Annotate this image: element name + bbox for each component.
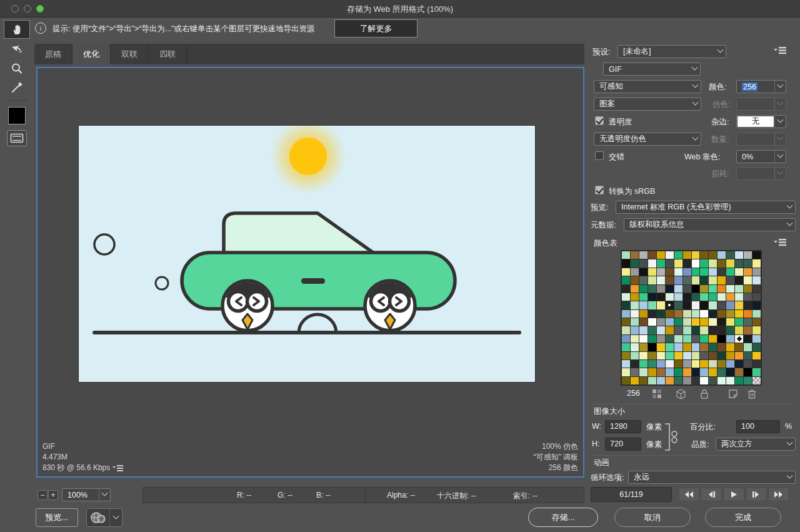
color-table-grid[interactable] — [621, 250, 762, 386]
color-swatch[interactable] — [657, 310, 665, 318]
color-swatch[interactable] — [674, 310, 682, 318]
color-swatch[interactable] — [726, 251, 734, 259]
color-swatch[interactable] — [639, 268, 648, 276]
color-swatch[interactable] — [648, 251, 656, 259]
color-swatch[interactable] — [683, 310, 691, 318]
color-swatch[interactable] — [692, 310, 700, 318]
color-swatch[interactable] — [631, 301, 639, 309]
width-input[interactable]: 1280 — [605, 420, 641, 433]
color-swatch[interactable] — [700, 335, 708, 343]
color-swatch[interactable] — [666, 251, 674, 259]
color-swatch[interactable] — [648, 293, 656, 301]
optimized-preview-panel[interactable]: GIF 4.473M 830 秒 @ 56.6 Kbps 100% 仿色 “可感… — [36, 67, 584, 478]
eyedropper-tool[interactable] — [4, 79, 29, 96]
color-swatch[interactable] — [648, 259, 656, 267]
color-swatch[interactable] — [718, 285, 726, 293]
color-swatch[interactable] — [674, 276, 682, 284]
color-swatch[interactable] — [735, 326, 743, 334]
color-swatch[interactable] — [631, 326, 639, 334]
color-swatch[interactable] — [683, 335, 691, 343]
color-swatch[interactable] — [639, 377, 648, 384]
color-swatch[interactable] — [666, 259, 674, 267]
color-swatch[interactable] — [709, 310, 717, 318]
color-reduction-select[interactable]: 可感知 — [594, 80, 701, 93]
preview-mode-select[interactable]: Internet 标准 RGB (无色彩管理) — [616, 201, 796, 214]
color-swatch[interactable] — [631, 293, 639, 301]
color-swatch[interactable] — [752, 285, 761, 293]
color-swatch[interactable] — [674, 326, 682, 334]
color-swatch[interactable] — [648, 268, 656, 276]
color-swatch[interactable] — [709, 276, 717, 284]
color-swatch[interactable] — [648, 276, 656, 284]
color-swatch[interactable] — [718, 268, 726, 276]
color-swatch[interactable] — [674, 368, 682, 376]
color-swatch[interactable] — [666, 268, 674, 276]
color-swatch[interactable] — [631, 343, 639, 351]
tab-4up[interactable]: 四联 — [149, 44, 187, 64]
color-swatch[interactable] — [622, 293, 630, 301]
color-swatch[interactable] — [726, 301, 734, 309]
color-swatch[interactable] — [735, 259, 743, 267]
color-swatch[interactable] — [718, 251, 726, 259]
color-swatch[interactable] — [709, 377, 717, 384]
color-swatch[interactable] — [666, 276, 674, 284]
color-swatch[interactable] — [622, 343, 630, 351]
color-swatch[interactable] — [735, 251, 743, 259]
color-swatch[interactable] — [648, 326, 656, 334]
toggle-slices-visibility-button[interactable] — [7, 130, 27, 146]
color-swatch[interactable] — [726, 276, 734, 284]
color-swatch[interactable] — [657, 293, 665, 301]
color-swatch[interactable] — [752, 293, 761, 301]
color-swatch[interactable] — [648, 285, 656, 293]
color-swatch[interactable] — [639, 352, 648, 359]
color-swatch[interactable] — [622, 368, 630, 376]
color-swatch[interactable] — [752, 360, 761, 368]
link-icon[interactable] — [664, 423, 679, 451]
color-swatch[interactable] — [735, 318, 743, 326]
color-swatch[interactable] — [709, 259, 717, 267]
color-swatch[interactable] — [631, 276, 639, 284]
color-swatch[interactable] — [700, 352, 708, 359]
color-swatch[interactable] — [709, 352, 717, 359]
color-swatch[interactable] — [718, 318, 726, 326]
color-swatch[interactable] — [639, 259, 648, 267]
color-swatch[interactable] — [744, 301, 752, 309]
color-swatch[interactable] — [657, 326, 665, 334]
color-swatch[interactable] — [622, 285, 630, 293]
color-swatch[interactable] — [622, 268, 630, 276]
color-swatch[interactable] — [692, 318, 700, 326]
color-swatch[interactable] — [683, 251, 691, 259]
color-swatch[interactable] — [674, 318, 682, 326]
color-swatch[interactable] — [744, 377, 752, 384]
color-swatch[interactable] — [692, 360, 700, 368]
color-swatch[interactable] — [648, 301, 656, 309]
matte-select[interactable]: 无 — [736, 115, 786, 128]
color-swatch[interactable] — [726, 368, 734, 376]
color-swatch[interactable] — [639, 326, 648, 334]
color-swatch[interactable] — [726, 343, 734, 351]
color-swatch[interactable] — [718, 377, 726, 384]
color-swatch[interactable] — [709, 285, 717, 293]
color-swatch[interactable] — [622, 259, 630, 267]
last-frame-button[interactable] — [768, 488, 789, 501]
preview-in-browser-button[interactable]: 预览... — [36, 508, 78, 527]
color-swatch[interactable] — [726, 360, 734, 368]
color-swatch[interactable] — [666, 360, 674, 368]
color-swatch[interactable] — [657, 301, 665, 309]
color-swatch[interactable] — [657, 318, 665, 326]
color-swatch[interactable] — [718, 360, 726, 368]
tab-optimized[interactable]: 优化 — [72, 44, 111, 64]
color-swatch[interactable] — [692, 352, 700, 359]
color-swatch[interactable] — [692, 251, 700, 259]
color-swatch[interactable] — [622, 326, 630, 334]
color-swatch[interactable] — [735, 368, 743, 376]
color-swatch[interactable] — [735, 352, 743, 359]
color-swatch[interactable] — [735, 276, 743, 284]
color-swatch[interactable] — [744, 368, 752, 376]
color-swatch[interactable] — [683, 293, 691, 301]
color-swatch[interactable] — [622, 377, 630, 384]
format-select[interactable]: GIF — [603, 63, 701, 76]
color-swatch[interactable] — [622, 301, 630, 309]
transparency-dither-select[interactable]: 无透明度仿色 — [594, 133, 701, 146]
color-swatch[interactable] — [700, 360, 708, 368]
